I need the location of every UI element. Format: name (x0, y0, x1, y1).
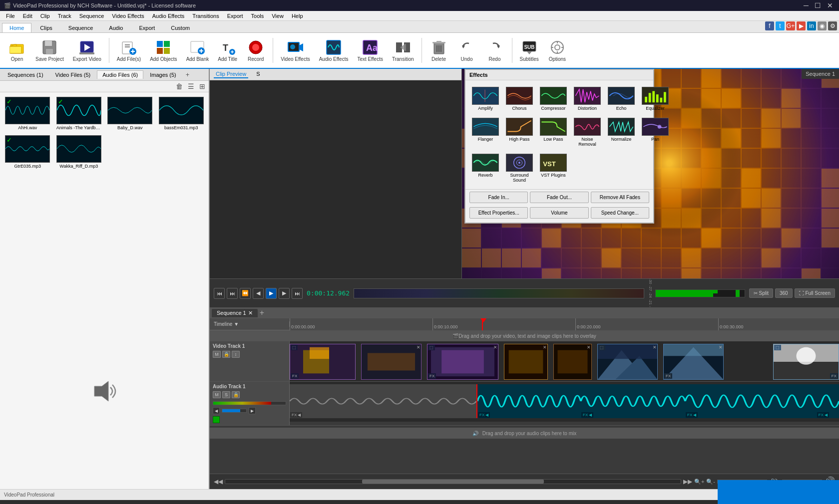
list-item[interactable]: Baby_D.wav (105, 95, 155, 132)
audio-clip-1[interactable]: FX ◀ (476, 384, 581, 418)
split-button[interactable]: ✂ Split (749, 288, 773, 298)
sequence-tab-1[interactable]: Sequence 1 ✕ (212, 309, 258, 317)
tab-home[interactable]: Home (2, 23, 31, 32)
fade-out-button[interactable]: Fade Out... (530, 192, 588, 203)
google-icon[interactable]: G+ (786, 21, 795, 30)
remove-all-fades-button[interactable]: Remove All Fades (591, 192, 649, 203)
effect-surround-sound[interactable]: Surround Sound (503, 151, 535, 185)
sequence-tab-close[interactable]: ✕ (248, 310, 253, 316)
add-title-button[interactable]: T Add Title (214, 34, 241, 66)
video-clip[interactable]: ✕ (553, 344, 592, 380)
add-objects-button[interactable]: Add Objects (146, 34, 180, 66)
track-mute-button[interactable]: M (213, 351, 221, 358)
menu-export[interactable]: Export (223, 11, 247, 20)
previous-frame-button[interactable]: ⏭ (227, 288, 238, 299)
effect-flanger[interactable]: Flanger (469, 115, 501, 149)
effect-equalizer[interactable]: Equalizer (639, 84, 671, 113)
record-button[interactable]: Record (243, 34, 269, 66)
menu-audio-effects[interactable]: Audio Effects (148, 11, 189, 20)
title-bar-controls[interactable]: ─ ☐ ✕ (802, 1, 835, 9)
add-blank-button[interactable]: Add Blank (183, 34, 213, 66)
menu-track[interactable]: Track (54, 11, 75, 20)
timeline-scroll-right[interactable]: ▶▶ (683, 478, 692, 485)
timeline-scrollbar[interactable] (225, 479, 681, 484)
audio-vol-up[interactable]: ▶ (249, 407, 256, 414)
menu-help[interactable]: Help (288, 11, 307, 20)
360-button[interactable]: 360 (775, 288, 793, 298)
audio-clip-3[interactable]: FX ◀ FX ◀ (685, 384, 839, 418)
video-clip[interactable]: ✕ (504, 344, 548, 380)
effect-reverb[interactable]: Reverb (469, 151, 501, 185)
list-item[interactable]: ✓ AhHi.wav (3, 95, 52, 132)
delete-button[interactable]: Delete (426, 34, 452, 66)
effect-vst-plugins[interactable]: VST VST Plugins (537, 151, 569, 185)
timeline-scroll-left[interactable]: ◀◀ (214, 478, 223, 485)
effect-noise-removal[interactable]: Noise Removal (571, 115, 603, 149)
track-lock-button[interactable]: 🔒 (222, 351, 230, 358)
panel-grid-view-icon[interactable]: ⊞ (198, 82, 207, 91)
tab-add-button[interactable]: + (183, 70, 193, 79)
effect-normalize[interactable]: Normalize (605, 115, 637, 149)
clip-preview-tab[interactable]: Clip Preview (214, 70, 248, 78)
menu-sequence[interactable]: Sequence (75, 11, 108, 20)
audio-record-arm[interactable] (213, 416, 220, 423)
skip-to-end-button[interactable]: ⏭ (292, 288, 303, 299)
close-button[interactable]: ✕ (825, 1, 835, 9)
export-video-button[interactable]: Export Video (69, 34, 105, 66)
list-item[interactable]: bassEm031.mp3 (157, 95, 206, 132)
effect-compressor[interactable]: Compressor (537, 84, 569, 113)
audio-mute-button[interactable]: M (213, 391, 221, 398)
play-button[interactable]: ▶ (266, 288, 277, 299)
tab-images[interactable]: Images (5) (144, 70, 182, 79)
list-item[interactable]: ✓ Animals -The Yardbarkers.mp3 (54, 95, 104, 132)
audio-lock-button[interactable]: 🔒 (232, 391, 240, 398)
redo-button[interactable]: Redo (482, 34, 508, 66)
audio-solo-button[interactable]: S (222, 391, 230, 398)
save-project-button[interactable]: Save Project (32, 34, 67, 66)
menu-view[interactable]: View (268, 11, 288, 20)
track-expand-button[interactable]: ↕ (232, 351, 240, 358)
tab-audio[interactable]: Audio (101, 23, 130, 32)
full-screen-button[interactable]: ⛶ Full Screen (795, 288, 835, 298)
video-clip[interactable]: ⬚ FX (290, 344, 356, 380)
video-effects-button[interactable]: Video Effects (277, 34, 314, 66)
rewind-button[interactable]: ⏪ (240, 288, 251, 299)
tab-export[interactable]: Export (131, 23, 162, 32)
effect-low-pass[interactable]: Low Pass (537, 115, 569, 149)
zoom-slider[interactable] (717, 480, 767, 484)
tab-custom[interactable]: Custom (163, 23, 197, 32)
maximize-button[interactable]: ☐ (813, 1, 823, 9)
minimize-button[interactable]: ─ (802, 1, 811, 9)
effect-high-pass[interactable]: High Pass (503, 115, 535, 149)
menu-transitions[interactable]: Transitions (188, 11, 223, 20)
settings-social-icon[interactable]: ⚙ (828, 21, 837, 30)
open-button[interactable]: Open (4, 34, 30, 66)
step-back-button[interactable]: ◀ (253, 288, 264, 299)
effect-properties-button[interactable]: Effect Properties... (469, 207, 528, 219)
menu-file[interactable]: File (2, 11, 19, 20)
audio-effects-button[interactable]: Audio Effects (316, 34, 352, 66)
panel-delete-icon[interactable]: 🗑 (174, 82, 184, 91)
tab-video-files[interactable]: Video Files (5) (50, 70, 96, 79)
tab-sequence[interactable]: Sequence (61, 23, 101, 32)
menu-clip[interactable]: Clip (36, 11, 54, 20)
tab-clips[interactable]: Clips (32, 23, 59, 32)
panel-list-view-icon[interactable]: ☰ (186, 82, 196, 91)
linkedin-icon[interactable]: in (807, 21, 816, 30)
playhead[interactable] (482, 318, 483, 330)
effect-echo[interactable]: Echo (605, 84, 637, 113)
menu-tools[interactable]: Tools (247, 11, 268, 20)
options-button[interactable]: Options (544, 34, 570, 66)
fade-in-button[interactable]: Fade In... (469, 192, 528, 203)
video-clip[interactable]: ⬚ ✕ (597, 344, 658, 380)
audio-clip-2[interactable]: FX ◀ (581, 384, 685, 418)
effect-pan[interactable]: Pan (639, 115, 671, 149)
list-item[interactable]: ✓ GtrE035.mp3 (3, 134, 52, 170)
effect-amplify[interactable]: Amplify (469, 84, 501, 113)
undo-button[interactable]: Undo (454, 34, 480, 66)
video-clip[interactable]: ⬚ ✕ FX (773, 344, 839, 380)
skip-to-start-button[interactable]: ⏮ (214, 288, 225, 299)
youtube-icon[interactable]: ▶ (797, 21, 806, 30)
list-item[interactable]: Wakka_Riff_D.mp3 (54, 134, 104, 170)
add-files-button[interactable]: Add File(s) (113, 34, 144, 66)
